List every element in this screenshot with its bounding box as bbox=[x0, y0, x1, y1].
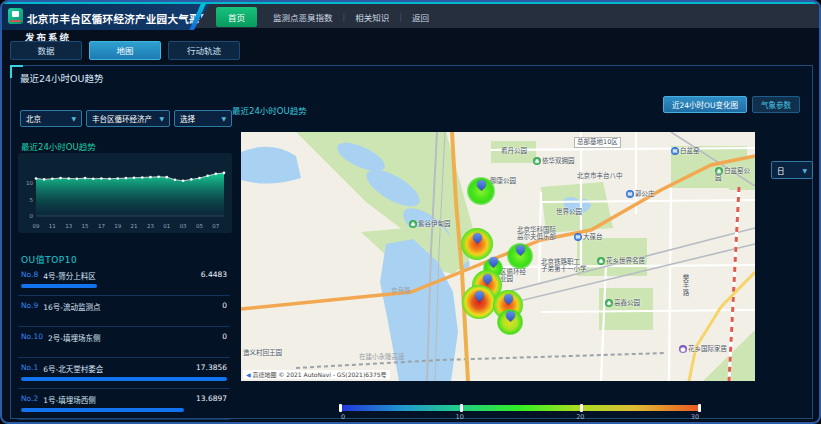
svg-text:01: 01 bbox=[163, 223, 170, 229]
map-label: ♣白盆窑公园 bbox=[715, 167, 755, 182]
trend-chart-title: 最近24小时OU趋势 bbox=[21, 140, 96, 152]
svg-text:10: 10 bbox=[26, 180, 33, 186]
site-select-value: 选择 bbox=[180, 113, 195, 124]
svg-text:19: 19 bbox=[114, 223, 121, 229]
ou-bar bbox=[21, 408, 184, 412]
filter-bar: 北京▼丰台区循环经济产▼选择▼ bbox=[20, 110, 232, 127]
scale-tick-label: 0 bbox=[341, 413, 345, 421]
svg-text:09: 09 bbox=[33, 223, 40, 229]
nav-item-1[interactable]: 监测点恶臭指数 bbox=[263, 8, 343, 26]
trend-chart-svg: 0510091113151719212301030507 bbox=[18, 153, 232, 233]
map-button-0[interactable]: 近24小时OU变化图 bbox=[663, 96, 747, 113]
svg-text:13: 13 bbox=[65, 223, 72, 229]
main-nav: 首页监测点恶臭指数|相关知识|返回 bbox=[216, 4, 439, 30]
brand: 北京市丰台区循环经济产业园大气恶臭状况实时 bbox=[2, 4, 210, 30]
header: 北京市丰台区循环经济产业园大气恶臭状况实时 首页监测点恶臭指数|相关知识|返回 bbox=[2, 2, 819, 28]
ou-value: 17.3856 bbox=[196, 363, 227, 374]
svg-text:05: 05 bbox=[196, 223, 203, 229]
map-label: 造义村回王园 bbox=[243, 350, 282, 357]
svg-text:23: 23 bbox=[147, 223, 154, 229]
scale-tick-label: 10 bbox=[456, 413, 464, 421]
ou-value: 0 bbox=[222, 301, 227, 312]
scale-tick-mark bbox=[698, 404, 701, 412]
chevron-down-icon: ▼ bbox=[221, 115, 226, 122]
trend-chart: 0510091113151719212301030507 bbox=[18, 153, 232, 233]
chevron-down-icon: ▼ bbox=[159, 115, 164, 122]
nav-item-2[interactable]: 相关知识 bbox=[345, 8, 399, 26]
map-basemap bbox=[241, 132, 755, 381]
ou-rank: No.8 bbox=[21, 270, 38, 281]
svg-text:15: 15 bbox=[82, 223, 89, 229]
scale-tick-mark bbox=[580, 404, 583, 412]
metro-icon: M bbox=[671, 147, 679, 155]
region-select[interactable]: 北京▼ bbox=[20, 110, 82, 127]
ou-list-item[interactable]: No.84号-筛分上料区6.4483 bbox=[18, 265, 230, 296]
map-label: M白盆窑 bbox=[671, 147, 700, 155]
shop-icon: ● bbox=[679, 345, 687, 353]
map-label: 北京铁路职工 子弟第十一小学 bbox=[541, 259, 587, 273]
park-select[interactable]: 丰台区循环经济产▼ bbox=[86, 110, 170, 127]
ou-bar bbox=[21, 284, 97, 288]
map-label: 世界公园 bbox=[556, 209, 582, 216]
nav-item-3[interactable]: 返回 bbox=[402, 8, 439, 26]
ou-list-line: No.916号-流动监测点0 bbox=[21, 301, 227, 312]
map-label: M大葆台 bbox=[574, 233, 603, 241]
period-select[interactable]: 日 ▼ bbox=[771, 161, 813, 179]
site-select[interactable]: 选择▼ bbox=[174, 110, 232, 127]
map-attribution: ◀ 高德地图 © 2021 AutoNavi - GS(2021)6375号 bbox=[243, 370, 390, 379]
park-icon: ♣ bbox=[605, 299, 613, 307]
map-button-1[interactable]: 气象参数 bbox=[752, 96, 800, 113]
map-label: ♣花乡世界名居 bbox=[597, 257, 645, 265]
ou-list-line: No.102号-填埋场东侧0 bbox=[21, 332, 227, 343]
tab-2[interactable]: 行动轨迹 bbox=[168, 41, 240, 60]
map-label: ♣紫谷伊甸园 bbox=[409, 220, 451, 228]
ou-site-name: 2号-填埋场东侧 bbox=[48, 332, 217, 343]
map-label: 北京华科国际 高尔夫俱乐部 bbox=[517, 227, 556, 241]
main-panel: 最近24小时OU趋势 北京▼丰台区循环经济产▼选择▼ 最近24小时OU趋势 05… bbox=[10, 65, 813, 419]
svg-text:21: 21 bbox=[131, 223, 138, 229]
scale-tick-mark bbox=[460, 404, 463, 412]
app-logo-icon bbox=[8, 8, 23, 24]
ou-value: 13.6897 bbox=[196, 394, 227, 405]
map-canvas[interactable]: 总部基地10区看丹公园♣依华双拥园御康公园北京市丰台八中M郭公庄M白盆窑♣白盆窑… bbox=[241, 132, 755, 381]
map-button-group: 近24小时OU变化图气象参数 bbox=[663, 96, 800, 113]
map-label: 在建小永隆高速 bbox=[359, 354, 405, 361]
ou-bar bbox=[21, 377, 227, 381]
ou-site-name: 16号-流动监测点 bbox=[43, 301, 217, 312]
ou-rank: No.2 bbox=[21, 394, 38, 405]
region-select-value: 北京 bbox=[26, 113, 41, 124]
map-label: ♣依华双拥园 bbox=[533, 157, 575, 165]
period-select-value: 日 bbox=[777, 165, 785, 176]
chevron-down-icon: ▼ bbox=[802, 167, 807, 174]
park-icon: ♣ bbox=[409, 220, 417, 228]
map-label: 樊羊路 bbox=[681, 274, 688, 297]
park-icon: ♣ bbox=[597, 257, 605, 265]
ou-list-item[interactable]: No.21号-填埋场西侧13.6897 bbox=[18, 389, 230, 420]
tab-1[interactable]: 地图 bbox=[89, 41, 161, 60]
ou-value: 0 bbox=[222, 332, 227, 343]
map-label: 京良路 bbox=[391, 288, 411, 295]
ou-list-item[interactable]: No.916号-流动监测点0 bbox=[18, 296, 230, 327]
park-icon: ♣ bbox=[715, 167, 723, 175]
ou-list-item[interactable]: No.102号-填埋场东侧0 bbox=[18, 327, 230, 358]
tab-0[interactable]: 数据 bbox=[10, 41, 82, 60]
ou-value: 6.4483 bbox=[201, 270, 227, 281]
tab-bar: 数据地图行动轨迹 bbox=[10, 41, 240, 60]
scale-tick-label: 20 bbox=[576, 413, 584, 421]
scale-tick-label: 30 bbox=[691, 413, 699, 421]
map-label: ●花乡国际家居 bbox=[679, 345, 727, 353]
metro-icon: M bbox=[626, 190, 634, 198]
map-label: 北京市丰台八中 bbox=[577, 173, 623, 180]
ou-list-item[interactable]: No.16号-北天堂村委会17.3856 bbox=[18, 358, 230, 389]
nav-item-0[interactable]: 首页 bbox=[216, 7, 257, 27]
park-icon: ♣ bbox=[533, 157, 541, 165]
ou-site-name: 4号-筛分上料区 bbox=[43, 270, 196, 281]
ou-site-name: 6号-北天堂村委会 bbox=[43, 363, 191, 374]
heat-scale-gradient bbox=[339, 405, 701, 411]
ou-top-list: No.84号-筛分上料区6.4483No.916号-流动监测点0No.102号-… bbox=[18, 265, 230, 420]
map-label: M郭公庄 bbox=[626, 190, 655, 198]
park-select-value: 丰台区循环经济产 bbox=[92, 113, 152, 124]
svg-text:17: 17 bbox=[98, 223, 105, 229]
ou-rank: No.10 bbox=[21, 332, 43, 343]
ou-rank: No.1 bbox=[21, 363, 38, 374]
